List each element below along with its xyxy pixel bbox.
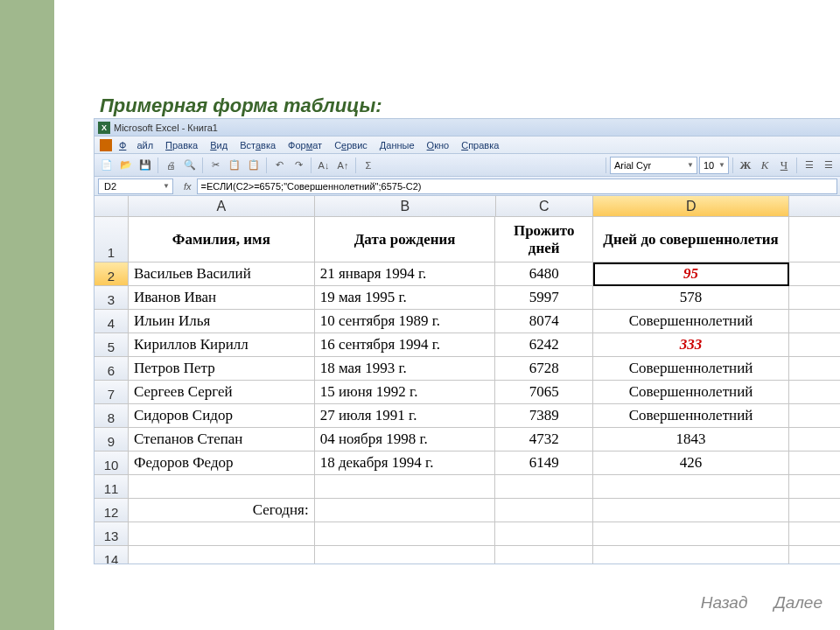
cell-empty[interactable] (789, 381, 840, 404)
cell-birth[interactable]: 15 июня 1992 г. (315, 381, 496, 404)
cell-empty[interactable]: Сегодня: (129, 499, 315, 522)
menu-help[interactable]: Справка (456, 138, 504, 152)
cell-name[interactable]: Петров Петр (129, 357, 315, 381)
header-days-lived[interactable]: Прожито дней (495, 217, 592, 262)
align-left-button[interactable]: ☰ (801, 157, 818, 174)
cell-empty[interactable] (315, 475, 496, 499)
header-birth[interactable]: Дата рождения (315, 217, 496, 262)
cell-empty[interactable] (315, 499, 496, 522)
cell-empty[interactable] (495, 499, 592, 522)
row-header[interactable]: 10 (94, 452, 129, 475)
cell-empty[interactable] (593, 546, 789, 564)
cell-empty[interactable] (789, 404, 840, 428)
cell-birth[interactable]: 16 сентября 1994 г. (315, 333, 496, 357)
cell-empty[interactable] (495, 522, 592, 546)
cell-birth[interactable]: 19 мая 1995 г. (315, 286, 496, 310)
menu-format[interactable]: Формат (283, 138, 327, 152)
save-button[interactable]: 💾 (136, 157, 154, 174)
paste-button[interactable]: 📋 (245, 157, 262, 174)
row-header[interactable]: 5 (94, 333, 129, 357)
menu-file[interactable]: Файл (114, 138, 158, 152)
cell-name[interactable]: Кириллов Кирилл (129, 333, 315, 357)
cell-days-lived[interactable]: 5997 (495, 286, 592, 310)
copy-button[interactable]: 📋 (226, 157, 243, 174)
cell-name[interactable]: Ильин Илья (129, 310, 315, 333)
cell-days-adult[interactable]: 578 (593, 286, 789, 310)
row-header[interactable]: 12 (94, 499, 129, 522)
cell-empty[interactable] (495, 475, 592, 499)
col-header-c[interactable]: C (496, 196, 593, 217)
row-header[interactable]: 7 (94, 381, 129, 404)
row-header[interactable]: 13 (94, 522, 129, 546)
cell-days-lived[interactable]: 6242 (495, 333, 592, 357)
cell-days-adult[interactable]: 1843 (593, 428, 789, 452)
menu-edit[interactable]: Правка (160, 138, 203, 152)
cell-birth[interactable]: 04 ноября 1998 г. (315, 428, 496, 452)
row-header[interactable]: 14 (94, 546, 129, 564)
row-header[interactable]: 9 (94, 428, 129, 452)
cell-empty[interactable] (495, 546, 592, 564)
cell-name[interactable]: Степанов Степан (129, 428, 315, 452)
menu-view[interactable]: Вид (205, 138, 233, 152)
nav-next[interactable]: Далее (774, 593, 822, 612)
cell-days-lived[interactable]: 7389 (495, 404, 592, 428)
cell-empty[interactable] (593, 522, 789, 546)
cell-empty[interactable] (789, 428, 840, 452)
cell-empty[interactable] (789, 286, 840, 310)
cell-days-adult[interactable]: 426 (593, 452, 789, 475)
cell-empty[interactable] (129, 546, 315, 564)
cell-empty[interactable] (789, 522, 840, 546)
cell-birth[interactable]: 21 января 1994 г. (315, 262, 496, 286)
underline-button[interactable]: Ч (775, 157, 793, 174)
cell-days-lived[interactable]: 4732 (495, 428, 592, 452)
redo-button[interactable]: ↷ (290, 157, 307, 174)
new-button[interactable]: 📄 (98, 157, 116, 174)
row-header[interactable]: 3 (94, 286, 129, 310)
cell-days-lived[interactable]: 6728 (495, 357, 592, 381)
align-center-button[interactable]: ☰ (820, 157, 837, 174)
cell-birth[interactable]: 27 июля 1991 г. (315, 404, 496, 428)
col-header-e[interactable] (789, 196, 840, 217)
cell-empty[interactable] (789, 546, 840, 564)
row-header[interactable]: 6 (94, 357, 129, 381)
cell-empty[interactable] (789, 357, 840, 381)
cell-birth[interactable]: 18 декабря 1994 г. (315, 452, 496, 475)
italic-button[interactable]: К (756, 157, 774, 174)
cell-empty[interactable] (315, 522, 496, 546)
fx-icon[interactable]: fx (184, 181, 192, 192)
formula-bar[interactable]: =ЕСЛИ(C2>=6575;"Совершеннолетний";6575-C… (197, 178, 837, 194)
cell-birth[interactable]: 10 сентября 1989 г. (315, 310, 496, 333)
cell-name[interactable]: Васильев Василий (129, 262, 315, 286)
menu-tools[interactable]: Сервис (329, 138, 373, 152)
cell-name[interactable]: Сидоров Сидор (129, 404, 315, 428)
name-box[interactable]: D2 (98, 178, 173, 194)
cell-days-adult[interactable]: Совершеннолетний (593, 381, 789, 404)
header-empty[interactable] (789, 217, 840, 262)
row-header-1[interactable]: 1 (94, 217, 129, 262)
cell-empty[interactable] (315, 546, 496, 564)
cell-empty[interactable] (789, 499, 840, 522)
cell-birth[interactable]: 18 мая 1993 г. (315, 357, 496, 381)
cell-empty[interactable] (593, 475, 789, 499)
font-size-selector[interactable]: 10 (699, 157, 729, 174)
sort-asc-button[interactable]: A↓ (315, 157, 332, 174)
print-button[interactable]: 🖨 (162, 157, 179, 174)
cell-empty[interactable] (789, 262, 840, 286)
row-header[interactable]: 2 (94, 262, 129, 286)
cell-name[interactable]: Сергеев Сергей (129, 381, 315, 404)
cell-days-adult[interactable]: Совершеннолетний (593, 310, 789, 333)
bold-button[interactable]: Ж (737, 157, 754, 174)
col-header-d[interactable]: D (593, 196, 789, 217)
cut-button[interactable]: ✂ (206, 157, 224, 174)
cell-empty[interactable] (789, 310, 840, 333)
nav-back[interactable]: Назад (701, 593, 748, 612)
cell-name[interactable]: Федоров Федор (129, 452, 315, 475)
row-header[interactable]: 11 (94, 475, 129, 499)
cell-empty[interactable] (593, 499, 789, 522)
cell-name[interactable]: Иванов Иван (129, 286, 315, 310)
select-all-corner[interactable] (94, 196, 129, 217)
cell-days-lived[interactable]: 6480 (495, 262, 592, 286)
cell-days-lived[interactable]: 6149 (495, 452, 592, 475)
row-header[interactable]: 4 (94, 310, 129, 333)
cell-empty[interactable] (789, 333, 840, 357)
